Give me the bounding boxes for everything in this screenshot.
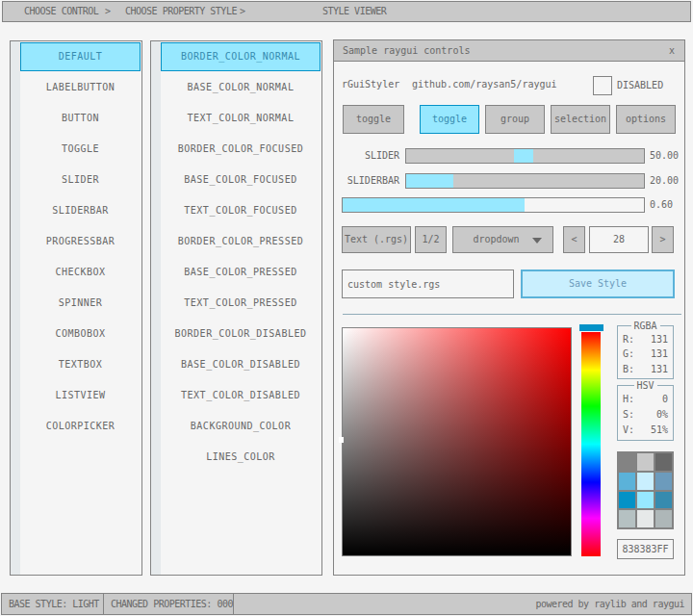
palette-swatch[interactable] (637, 492, 654, 509)
dropdown-selected-label: dropdown (473, 234, 519, 244)
palette-swatch[interactable] (619, 453, 635, 471)
half-button[interactable]: 1/2 (415, 226, 447, 253)
toggle-group-item-options[interactable]: options (616, 105, 676, 134)
sliderbar-label: SLIDERBAR (334, 173, 399, 189)
control-item-toggle[interactable]: TOGGLE (20, 135, 141, 164)
repo-url-label: github.com/raysan5/raygui (412, 77, 557, 92)
saturation-value-picker[interactable] (342, 327, 572, 556)
property-item-text_color_focused[interactable]: TEXT_COLOR_FOCUSED (161, 196, 321, 225)
sliderbar-track[interactable] (405, 173, 645, 189)
dropdown-select[interactable]: dropdown (452, 226, 553, 253)
property-item-base_color_focused[interactable]: BASE_COLOR_FOCUSED (161, 166, 321, 194)
text-format-button[interactable]: Text (.rgs) (342, 226, 411, 253)
property-item-border_color_focused[interactable]: BORDER_COLOR_FOCUSED (161, 135, 321, 164)
sliderbar-fill (406, 174, 453, 188)
properties-list-scrollbar[interactable] (151, 41, 161, 575)
control-item-colorpicker[interactable]: COLORPICKER (20, 412, 141, 441)
control-item-combobox[interactable]: COMBOBOX (20, 320, 141, 348)
status-changed-properties: CHANGED PROPERTIES: 000 (103, 593, 234, 615)
hsv-v-value: 51% (651, 424, 668, 435)
disabled-label: DISABLED (617, 78, 663, 93)
rgba-g-label: G: (623, 348, 634, 359)
style-palette-grid (617, 451, 674, 529)
property-item-text_color_normal[interactable]: TEXT_COLOR_NORMAL (161, 104, 321, 133)
hue-bar[interactable] (581, 332, 601, 556)
control-item-spinner[interactable]: SPINNER (20, 289, 141, 318)
control-item-button[interactable]: BUTTON (20, 104, 141, 133)
hsv-s-value: 0% (656, 409, 668, 420)
property-item-border_color_pressed[interactable]: BORDER_COLOR_PRESSED (161, 227, 321, 256)
close-icon[interactable]: x (665, 40, 679, 61)
property-item-background_color[interactable]: BACKGROUND_COLOR (161, 412, 321, 441)
divider-line (343, 314, 681, 315)
properties-list-panel: BORDER_COLOR_NORMALBASE_COLOR_NORMALTEXT… (150, 40, 322, 576)
rgba-title: RGBA (630, 321, 659, 331)
palette-swatch[interactable] (637, 473, 654, 490)
slider-knob[interactable] (514, 149, 533, 163)
control-item-labelbutton[interactable]: LABELBUTTON (20, 73, 141, 102)
property-item-border_color_disabled[interactable]: BORDER_COLOR_DISABLED (161, 320, 321, 348)
breadcrumb-style-viewer: STYLE VIEWER (322, 2, 386, 21)
slider-track[interactable] (405, 148, 645, 164)
toggle-button[interactable]: toggle (343, 105, 404, 134)
palette-swatch[interactable] (619, 510, 635, 527)
property-item-base_color_disabled[interactable]: BASE_COLOR_DISABLED (161, 350, 321, 379)
control-item-checkbox[interactable]: CHECKBOX (20, 258, 141, 287)
app-name-label: rGuiStyler (342, 77, 399, 92)
rgba-g-value: 131 (651, 348, 668, 359)
control-item-textbox[interactable]: TEXTBOX (20, 350, 141, 379)
spinner-increment-button[interactable]: > (652, 226, 674, 253)
chevron-down-icon (532, 238, 542, 244)
toggle-group-item-toggle[interactable]: toggle (420, 105, 479, 134)
hsv-title: HSV (633, 380, 656, 391)
spinner-decrement-button[interactable]: < (563, 226, 585, 253)
hsv-groupbox: HSV H:0 S:0% V:51% (617, 385, 674, 441)
control-item-default[interactable]: DEFAULT (20, 42, 141, 71)
status-base-style: BASE STYLE: LIGHT (1, 593, 104, 615)
control-item-progressbar[interactable]: PROGRESSBAR (20, 227, 141, 256)
property-item-text_color_pressed[interactable]: TEXT_COLOR_PRESSED (161, 289, 321, 318)
property-item-lines_color[interactable]: LINES_COLOR (161, 443, 321, 472)
palette-swatch[interactable] (655, 510, 672, 527)
property-item-text_color_disabled[interactable]: TEXT_COLOR_DISABLED (161, 381, 321, 410)
spinner-value-box[interactable]: 28 (589, 226, 649, 253)
hue-slider-handle[interactable] (579, 324, 603, 331)
rgba-r-value: 131 (651, 334, 668, 345)
rgba-r-label: R: (623, 334, 634, 345)
palette-swatch[interactable] (655, 473, 672, 490)
hex-color-value-box[interactable]: 838383FF (617, 539, 674, 559)
breadcrumb-chevron-icon: > (240, 2, 245, 21)
hsv-h-value: 0 (662, 394, 668, 404)
sliderbar-value: 20.00 (650, 173, 679, 189)
palette-swatch[interactable] (619, 473, 635, 490)
palette-swatch[interactable] (655, 492, 672, 509)
property-item-base_color_pressed[interactable]: BASE_COLOR_PRESSED (161, 258, 321, 287)
palette-swatch[interactable] (619, 492, 635, 509)
hsv-h-label: H: (623, 394, 634, 404)
disabled-checkbox[interactable] (593, 76, 612, 95)
control-item-slider[interactable]: SLIDER (20, 166, 141, 194)
controls-list: DEFAULTLABELBUTTONBUTTONTOGGLESLIDERSLID… (20, 42, 141, 575)
controls-list-scrollbar[interactable] (11, 41, 20, 575)
save-style-button[interactable]: Save Style (521, 270, 675, 298)
rguistyler-app: CHOOSE CONTROL > CHOOSE PROPERTY STYLE >… (0, 0, 693, 616)
style-filename-input[interactable] (342, 270, 514, 298)
property-item-base_color_normal[interactable]: BASE_COLOR_NORMAL (161, 73, 321, 102)
rgba-groupbox: RGBA R:131 G:131 B:131 (617, 325, 674, 379)
toggle-group-item-selection[interactable]: selection (551, 105, 610, 134)
palette-swatch[interactable] (655, 453, 672, 471)
toggle-group-item-group[interactable]: group (485, 105, 545, 134)
palette-swatch[interactable] (637, 453, 654, 471)
slider-value: 50.00 (650, 148, 679, 164)
control-item-sliderbar[interactable]: SLIDERBAR (20, 196, 141, 225)
property-item-border_color_normal[interactable]: BORDER_COLOR_NORMAL (161, 42, 321, 71)
breadcrumb-choose-control: CHOOSE CONTROL (24, 2, 98, 21)
hsv-v-label: V: (623, 424, 634, 435)
status-powered-by: powered by raylib and raygui (233, 593, 692, 615)
sv-cursor[interactable] (339, 437, 344, 443)
palette-swatch[interactable] (637, 510, 654, 527)
control-item-listview[interactable]: LISTVIEW (20, 381, 141, 410)
progressbar-fill (343, 198, 525, 212)
properties-list: BORDER_COLOR_NORMALBASE_COLOR_NORMALTEXT… (161, 42, 321, 575)
breadcrumb-chevron-icon: > (105, 2, 111, 21)
